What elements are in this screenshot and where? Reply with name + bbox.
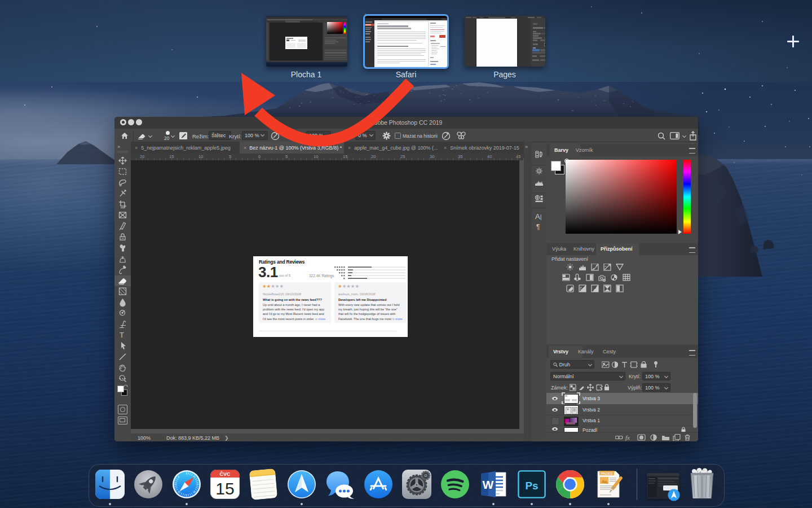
svg-text:PAGES: PAGES bbox=[601, 472, 613, 475]
svg-text:15: 15 bbox=[215, 479, 234, 498]
svg-text:ČVC: ČVC bbox=[219, 471, 231, 477]
svg-text:W: W bbox=[483, 478, 494, 491]
svg-text:Ps: Ps bbox=[525, 480, 538, 492]
